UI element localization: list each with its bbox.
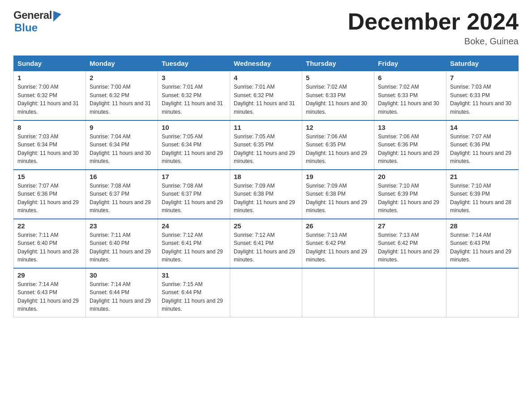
day-number: 13 bbox=[378, 124, 442, 131]
calendar-cell bbox=[446, 268, 519, 317]
calendar-cell: 23Sunrise: 7:11 AMSunset: 6:40 PMDayligh… bbox=[86, 219, 158, 268]
calendar-cell: 5Sunrise: 7:02 AMSunset: 6:33 PMDaylight… bbox=[302, 71, 374, 120]
calendar-cell: 22Sunrise: 7:11 AMSunset: 6:40 PMDayligh… bbox=[14, 219, 86, 268]
col-header-thursday: Thursday bbox=[302, 56, 374, 71]
day-info: Sunrise: 7:08 AMSunset: 6:37 PMDaylight:… bbox=[90, 182, 154, 215]
calendar-cell: 15Sunrise: 7:07 AMSunset: 6:36 PMDayligh… bbox=[14, 170, 86, 219]
day-number: 27 bbox=[378, 222, 442, 230]
day-number: 23 bbox=[90, 222, 154, 230]
day-number: 9 bbox=[90, 124, 154, 131]
calendar-cell: 6Sunrise: 7:02 AMSunset: 6:33 PMDaylight… bbox=[374, 71, 446, 120]
day-info: Sunrise: 7:05 AMSunset: 6:34 PMDaylight:… bbox=[162, 133, 226, 166]
calendar-cell: 30Sunrise: 7:14 AMSunset: 6:44 PMDayligh… bbox=[86, 268, 158, 317]
day-info: Sunrise: 7:13 AMSunset: 6:42 PMDaylight:… bbox=[306, 231, 370, 264]
day-number: 11 bbox=[234, 124, 298, 131]
day-info: Sunrise: 7:04 AMSunset: 6:34 PMDaylight:… bbox=[90, 133, 154, 166]
day-info: Sunrise: 7:03 AMSunset: 6:34 PMDaylight:… bbox=[17, 133, 82, 166]
day-info: Sunrise: 7:09 AMSunset: 6:38 PMDaylight:… bbox=[234, 182, 298, 215]
col-header-sunday: Sunday bbox=[14, 56, 86, 71]
day-number: 18 bbox=[234, 173, 298, 180]
calendar-cell: 29Sunrise: 7:14 AMSunset: 6:43 PMDayligh… bbox=[14, 268, 86, 317]
col-header-tuesday: Tuesday bbox=[158, 56, 230, 71]
calendar-cell: 18Sunrise: 7:09 AMSunset: 6:38 PMDayligh… bbox=[230, 170, 302, 219]
calendar-cell: 8Sunrise: 7:03 AMSunset: 6:34 PMDaylight… bbox=[14, 120, 86, 170]
calendar-cell: 12Sunrise: 7:06 AMSunset: 6:35 PMDayligh… bbox=[302, 120, 374, 170]
day-info: Sunrise: 7:15 AMSunset: 6:44 PMDaylight:… bbox=[162, 280, 226, 313]
col-header-monday: Monday bbox=[86, 56, 158, 71]
col-header-wednesday: Wednesday bbox=[230, 56, 302, 71]
calendar-week-row: 29Sunrise: 7:14 AMSunset: 6:43 PMDayligh… bbox=[14, 268, 519, 317]
day-number: 3 bbox=[162, 74, 226, 81]
day-info: Sunrise: 7:14 AMSunset: 6:43 PMDaylight:… bbox=[17, 280, 82, 313]
day-info: Sunrise: 7:06 AMSunset: 6:35 PMDaylight:… bbox=[306, 133, 370, 166]
day-number: 5 bbox=[306, 74, 370, 81]
day-info: Sunrise: 7:00 AMSunset: 6:32 PMDaylight:… bbox=[17, 83, 82, 116]
calendar-cell bbox=[374, 268, 446, 317]
logo: General Blue bbox=[13, 9, 61, 34]
day-info: Sunrise: 7:07 AMSunset: 6:36 PMDaylight:… bbox=[17, 182, 82, 215]
day-number: 12 bbox=[306, 124, 370, 131]
calendar-cell: 21Sunrise: 7:10 AMSunset: 6:39 PMDayligh… bbox=[446, 170, 519, 219]
calendar-cell: 2Sunrise: 7:00 AMSunset: 6:32 PMDaylight… bbox=[86, 71, 158, 120]
calendar-cell: 3Sunrise: 7:01 AMSunset: 6:32 PMDaylight… bbox=[158, 71, 230, 120]
day-info: Sunrise: 7:10 AMSunset: 6:39 PMDaylight:… bbox=[378, 182, 442, 215]
calendar-header-row: SundayMondayTuesdayWednesdayThursdayFrid… bbox=[14, 56, 519, 71]
calendar-cell bbox=[302, 268, 374, 317]
calendar-cell: 9Sunrise: 7:04 AMSunset: 6:34 PMDaylight… bbox=[86, 120, 158, 170]
calendar-week-row: 1Sunrise: 7:00 AMSunset: 6:32 PMDaylight… bbox=[14, 71, 519, 120]
day-info: Sunrise: 7:01 AMSunset: 6:32 PMDaylight:… bbox=[162, 83, 226, 116]
day-number: 4 bbox=[234, 74, 298, 81]
day-number: 22 bbox=[17, 222, 82, 230]
day-info: Sunrise: 7:13 AMSunset: 6:42 PMDaylight:… bbox=[378, 231, 442, 264]
calendar-week-row: 8Sunrise: 7:03 AMSunset: 6:34 PMDaylight… bbox=[14, 120, 519, 170]
day-number: 21 bbox=[450, 173, 515, 180]
day-info: Sunrise: 7:06 AMSunset: 6:36 PMDaylight:… bbox=[378, 133, 442, 166]
logo-triangle-icon bbox=[53, 9, 61, 22]
calendar-cell: 27Sunrise: 7:13 AMSunset: 6:42 PMDayligh… bbox=[374, 219, 446, 268]
day-info: Sunrise: 7:08 AMSunset: 6:37 PMDaylight:… bbox=[162, 182, 226, 215]
logo-blue-text: Blue bbox=[14, 21, 38, 34]
day-info: Sunrise: 7:14 AMSunset: 6:43 PMDaylight:… bbox=[450, 231, 515, 264]
day-info: Sunrise: 7:01 AMSunset: 6:32 PMDaylight:… bbox=[234, 83, 298, 116]
title-block: December 2024 Boke, Guinea bbox=[348, 9, 519, 47]
calendar-week-row: 15Sunrise: 7:07 AMSunset: 6:36 PMDayligh… bbox=[14, 170, 519, 219]
calendar-cell: 19Sunrise: 7:09 AMSunset: 6:38 PMDayligh… bbox=[302, 170, 374, 219]
day-number: 10 bbox=[162, 124, 226, 131]
day-info: Sunrise: 7:11 AMSunset: 6:40 PMDaylight:… bbox=[90, 231, 154, 264]
calendar-cell: 7Sunrise: 7:03 AMSunset: 6:33 PMDaylight… bbox=[446, 71, 519, 120]
page-header: General Blue December 2024 Boke, Guinea bbox=[13, 9, 519, 47]
day-info: Sunrise: 7:00 AMSunset: 6:32 PMDaylight:… bbox=[90, 83, 154, 116]
calendar-cell: 26Sunrise: 7:13 AMSunset: 6:42 PMDayligh… bbox=[302, 219, 374, 268]
calendar-cell: 17Sunrise: 7:08 AMSunset: 6:37 PMDayligh… bbox=[158, 170, 230, 219]
day-info: Sunrise: 7:14 AMSunset: 6:44 PMDaylight:… bbox=[90, 280, 154, 313]
calendar-cell: 13Sunrise: 7:06 AMSunset: 6:36 PMDayligh… bbox=[374, 120, 446, 170]
logo-general-text: General bbox=[13, 9, 52, 21]
day-info: Sunrise: 7:02 AMSunset: 6:33 PMDaylight:… bbox=[306, 83, 370, 116]
day-number: 19 bbox=[306, 173, 370, 180]
month-title: December 2024 bbox=[348, 9, 519, 34]
day-number: 29 bbox=[17, 271, 82, 279]
day-number: 7 bbox=[450, 74, 515, 81]
day-info: Sunrise: 7:05 AMSunset: 6:35 PMDaylight:… bbox=[234, 133, 298, 166]
day-number: 14 bbox=[450, 124, 515, 131]
calendar-cell: 14Sunrise: 7:07 AMSunset: 6:36 PMDayligh… bbox=[446, 120, 519, 170]
day-number: 24 bbox=[162, 222, 226, 230]
calendar-cell: 25Sunrise: 7:12 AMSunset: 6:41 PMDayligh… bbox=[230, 219, 302, 268]
day-info: Sunrise: 7:12 AMSunset: 6:41 PMDaylight:… bbox=[234, 231, 298, 264]
calendar-cell: 28Sunrise: 7:14 AMSunset: 6:43 PMDayligh… bbox=[446, 219, 519, 268]
day-info: Sunrise: 7:12 AMSunset: 6:41 PMDaylight:… bbox=[162, 231, 226, 264]
day-number: 28 bbox=[450, 222, 515, 230]
day-number: 17 bbox=[162, 173, 226, 180]
location-title: Boke, Guinea bbox=[348, 36, 519, 47]
calendar-cell bbox=[230, 268, 302, 317]
calendar-cell: 4Sunrise: 7:01 AMSunset: 6:32 PMDaylight… bbox=[230, 71, 302, 120]
day-number: 25 bbox=[234, 222, 298, 230]
day-info: Sunrise: 7:11 AMSunset: 6:40 PMDaylight:… bbox=[17, 231, 82, 264]
calendar-week-row: 22Sunrise: 7:11 AMSunset: 6:40 PMDayligh… bbox=[14, 219, 519, 268]
col-header-saturday: Saturday bbox=[446, 56, 519, 71]
day-number: 8 bbox=[17, 124, 82, 131]
col-header-friday: Friday bbox=[374, 56, 446, 71]
day-number: 20 bbox=[378, 173, 442, 180]
day-info: Sunrise: 7:07 AMSunset: 6:36 PMDaylight:… bbox=[450, 133, 515, 166]
calendar-cell: 10Sunrise: 7:05 AMSunset: 6:34 PMDayligh… bbox=[158, 120, 230, 170]
